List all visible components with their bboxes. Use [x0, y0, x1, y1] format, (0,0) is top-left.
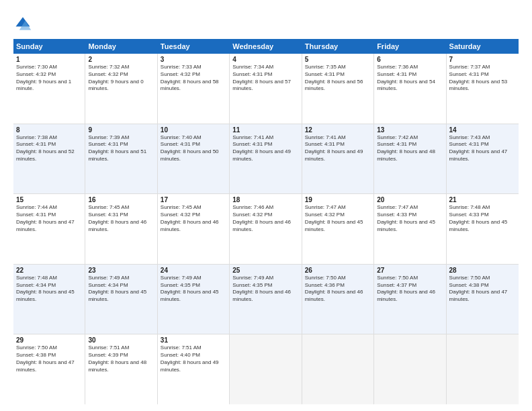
- calendar-cell: 7Sunrise: 7:37 AMSunset: 4:31 PMDaylight…: [447, 54, 519, 124]
- day-info: Sunrise: 7:48 AMSunset: 4:34 PMDaylight:…: [16, 275, 82, 304]
- day-number: 22: [16, 267, 82, 274]
- calendar-cell: 18Sunrise: 7:46 AMSunset: 4:32 PMDayligh…: [230, 194, 302, 264]
- calendar-header: SundayMondayTuesdayWednesdayThursdayFrid…: [13, 39, 519, 54]
- calendar-day-header: Friday: [374, 39, 446, 54]
- calendar-body: 1Sunrise: 7:30 AMSunset: 4:32 PMDaylight…: [13, 54, 519, 404]
- calendar-cell: 21Sunrise: 7:48 AMSunset: 4:33 PMDayligh…: [447, 194, 519, 264]
- day-number: 6: [377, 56, 443, 63]
- day-number: 10: [161, 126, 226, 134]
- calendar: SundayMondayTuesdayWednesdayThursdayFrid…: [13, 39, 519, 404]
- day-info: Sunrise: 7:34 AMSunset: 4:31 PMDaylight:…: [232, 64, 298, 93]
- day-number: 7: [449, 56, 516, 63]
- day-info: Sunrise: 7:45 AMSunset: 4:32 PMDaylight:…: [161, 204, 226, 233]
- calendar-cell: 1Sunrise: 7:30 AMSunset: 4:32 PMDaylight…: [13, 54, 85, 124]
- day-number: 25: [232, 267, 298, 274]
- day-info: Sunrise: 7:49 AMSunset: 4:34 PMDaylight:…: [88, 275, 154, 304]
- day-info: Sunrise: 7:42 AMSunset: 4:31 PMDaylight:…: [377, 134, 443, 163]
- day-number: 17: [161, 196, 226, 203]
- day-info: Sunrise: 7:32 AMSunset: 4:32 PMDaylight:…: [88, 64, 154, 93]
- day-number: 1: [16, 56, 82, 63]
- calendar-cell: 25Sunrise: 7:49 AMSunset: 4:35 PMDayligh…: [230, 265, 302, 334]
- day-number: 16: [88, 196, 154, 203]
- day-number: 24: [161, 267, 226, 274]
- calendar-cell: 2Sunrise: 7:32 AMSunset: 4:32 PMDaylight…: [85, 54, 157, 124]
- day-info: Sunrise: 7:39 AMSunset: 4:31 PMDaylight:…: [88, 134, 154, 163]
- day-info: Sunrise: 7:49 AMSunset: 4:35 PMDaylight:…: [161, 275, 226, 304]
- day-number: 26: [305, 267, 371, 274]
- day-info: Sunrise: 7:50 AMSunset: 4:37 PMDaylight:…: [377, 275, 443, 304]
- day-info: Sunrise: 7:37 AMSunset: 4:31 PMDaylight:…: [449, 64, 516, 93]
- calendar-week-row: 15Sunrise: 7:44 AMSunset: 4:31 PMDayligh…: [13, 194, 519, 265]
- calendar-cell: 8Sunrise: 7:38 AMSunset: 4:31 PMDaylight…: [13, 124, 85, 194]
- calendar-cell: 28Sunrise: 7:50 AMSunset: 4:38 PMDayligh…: [447, 265, 519, 334]
- day-info: Sunrise: 7:33 AMSunset: 4:32 PMDaylight:…: [161, 64, 226, 93]
- day-number: 20: [377, 196, 443, 203]
- day-info: Sunrise: 7:47 AMSunset: 4:33 PMDaylight:…: [377, 204, 443, 233]
- calendar-cell: 10Sunrise: 7:40 AMSunset: 4:31 PMDayligh…: [158, 124, 230, 194]
- calendar-week-row: 1Sunrise: 7:30 AMSunset: 4:32 PMDaylight…: [13, 54, 519, 124]
- calendar-cell: 29Sunrise: 7:50 AMSunset: 4:38 PMDayligh…: [13, 334, 85, 404]
- calendar-day-header: Saturday: [447, 39, 519, 54]
- calendar-week-row: 29Sunrise: 7:50 AMSunset: 4:38 PMDayligh…: [13, 334, 519, 404]
- day-number: 3: [161, 56, 226, 63]
- calendar-cell: 15Sunrise: 7:44 AMSunset: 4:31 PMDayligh…: [13, 194, 85, 264]
- day-info: Sunrise: 7:41 AMSunset: 4:31 PMDaylight:…: [305, 134, 371, 163]
- day-number: 30: [88, 336, 154, 344]
- day-info: Sunrise: 7:36 AMSunset: 4:31 PMDaylight:…: [377, 64, 443, 93]
- day-info: Sunrise: 7:38 AMSunset: 4:31 PMDaylight:…: [16, 134, 82, 163]
- day-info: Sunrise: 7:50 AMSunset: 4:36 PMDaylight:…: [305, 275, 371, 304]
- calendar-cell: 17Sunrise: 7:45 AMSunset: 4:32 PMDayligh…: [158, 194, 230, 264]
- day-info: Sunrise: 7:46 AMSunset: 4:32 PMDaylight:…: [232, 204, 298, 233]
- day-number: 29: [16, 336, 82, 344]
- day-info: Sunrise: 7:35 AMSunset: 4:31 PMDaylight:…: [305, 64, 371, 93]
- calendar-day-header: Tuesday: [158, 39, 230, 54]
- day-number: 9: [88, 126, 154, 134]
- calendar-cell: 23Sunrise: 7:49 AMSunset: 4:34 PMDayligh…: [85, 265, 157, 334]
- day-info: Sunrise: 7:47 AMSunset: 4:32 PMDaylight:…: [305, 204, 371, 233]
- header: [13, 12, 519, 34]
- calendar-cell: [374, 334, 446, 404]
- calendar-day-header: Sunday: [13, 39, 85, 54]
- day-info: Sunrise: 7:30 AMSunset: 4:32 PMDaylight:…: [16, 64, 82, 93]
- logo-icon: [13, 15, 32, 34]
- calendar-cell: 27Sunrise: 7:50 AMSunset: 4:37 PMDayligh…: [374, 265, 446, 334]
- calendar-cell: 16Sunrise: 7:45 AMSunset: 4:31 PMDayligh…: [85, 194, 157, 264]
- day-info: Sunrise: 7:44 AMSunset: 4:31 PMDaylight:…: [16, 204, 82, 233]
- day-number: 15: [16, 196, 82, 203]
- day-number: 31: [161, 336, 226, 344]
- calendar-cell: 22Sunrise: 7:48 AMSunset: 4:34 PMDayligh…: [13, 265, 85, 334]
- calendar-cell: 5Sunrise: 7:35 AMSunset: 4:31 PMDaylight…: [302, 54, 374, 124]
- day-number: 19: [305, 196, 371, 203]
- day-info: Sunrise: 7:49 AMSunset: 4:35 PMDaylight:…: [232, 275, 298, 304]
- day-number: 4: [232, 56, 298, 63]
- day-info: Sunrise: 7:51 AMSunset: 4:40 PMDaylight:…: [161, 345, 226, 373]
- calendar-week-row: 22Sunrise: 7:48 AMSunset: 4:34 PMDayligh…: [13, 265, 519, 335]
- calendar-cell: 6Sunrise: 7:36 AMSunset: 4:31 PMDaylight…: [374, 54, 446, 124]
- calendar-day-header: Thursday: [302, 39, 374, 54]
- calendar-cell: 11Sunrise: 7:41 AMSunset: 4:31 PMDayligh…: [230, 124, 302, 194]
- logo: [13, 15, 35, 34]
- day-info: Sunrise: 7:45 AMSunset: 4:31 PMDaylight:…: [88, 204, 154, 233]
- day-number: 8: [16, 126, 82, 134]
- day-info: Sunrise: 7:51 AMSunset: 4:39 PMDaylight:…: [88, 345, 154, 373]
- calendar-cell: 31Sunrise: 7:51 AMSunset: 4:40 PMDayligh…: [158, 334, 230, 404]
- day-info: Sunrise: 7:43 AMSunset: 4:31 PMDaylight:…: [449, 134, 516, 163]
- day-info: Sunrise: 7:40 AMSunset: 4:31 PMDaylight:…: [161, 134, 226, 163]
- calendar-cell: 24Sunrise: 7:49 AMSunset: 4:35 PMDayligh…: [158, 265, 230, 334]
- day-number: 5: [305, 56, 371, 63]
- calendar-cell: 13Sunrise: 7:42 AMSunset: 4:31 PMDayligh…: [374, 124, 446, 194]
- calendar-cell: 30Sunrise: 7:51 AMSunset: 4:39 PMDayligh…: [85, 334, 157, 404]
- day-number: 23: [88, 267, 154, 274]
- day-number: 14: [449, 126, 516, 134]
- day-number: 28: [449, 267, 516, 274]
- calendar-cell: 9Sunrise: 7:39 AMSunset: 4:31 PMDaylight…: [85, 124, 157, 194]
- calendar-cell: 14Sunrise: 7:43 AMSunset: 4:31 PMDayligh…: [447, 124, 519, 194]
- day-info: Sunrise: 7:50 AMSunset: 4:38 PMDaylight:…: [16, 345, 82, 373]
- day-info: Sunrise: 7:48 AMSunset: 4:33 PMDaylight:…: [449, 204, 516, 233]
- calendar-cell: [447, 334, 519, 404]
- calendar-cell: 19Sunrise: 7:47 AMSunset: 4:32 PMDayligh…: [302, 194, 374, 264]
- day-number: 11: [232, 126, 298, 134]
- day-info: Sunrise: 7:41 AMSunset: 4:31 PMDaylight:…: [232, 134, 298, 163]
- day-number: 12: [305, 126, 371, 134]
- day-info: Sunrise: 7:50 AMSunset: 4:38 PMDaylight:…: [449, 275, 516, 304]
